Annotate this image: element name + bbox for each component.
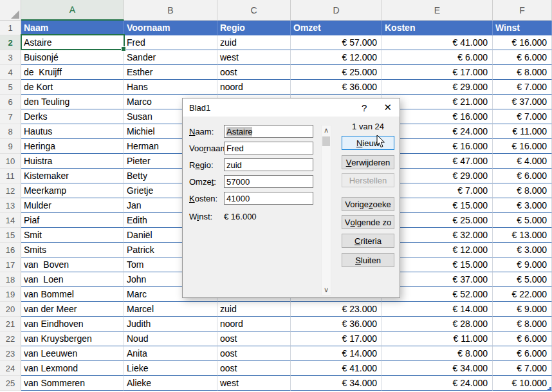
cell-winst[interactable]: € 5.000 xyxy=(493,272,552,287)
cell-omzet[interactable]: € 57.000 xyxy=(291,35,382,50)
cell-winst[interactable]: € 6.000 xyxy=(493,331,552,346)
cell-regio[interactable]: west xyxy=(217,376,291,391)
cell-naam[interactable]: Smit xyxy=(21,228,124,243)
row-header-24[interactable]: 24 xyxy=(0,361,21,376)
row-header-7[interactable]: 7 xyxy=(0,109,21,124)
field-input-omzet[interactable]: 57000 xyxy=(224,175,313,188)
row-header-9[interactable]: 9 xyxy=(0,139,21,154)
close-icon[interactable]: ✕ xyxy=(383,102,392,113)
cell-naam[interactable]: van Lexmond xyxy=(21,361,124,376)
cell-winst[interactable]: € 10.000 xyxy=(493,376,552,391)
row-header-16[interactable]: 16 xyxy=(0,243,21,257)
column-header-E[interactable]: E xyxy=(382,0,493,21)
cell-naam[interactable]: van Boven xyxy=(21,257,124,272)
row-header-15[interactable]: 15 xyxy=(0,228,21,243)
cell-omzet[interactable]: € 12.000 xyxy=(291,50,382,65)
row-header-25[interactable]: 25 xyxy=(0,376,21,391)
cell-regio[interactable]: zuid xyxy=(217,35,291,50)
cell-voornaam[interactable]: Anita xyxy=(124,346,217,361)
cell-omzet[interactable]: € 14.000 xyxy=(291,346,382,361)
cell-winst[interactable]: € 37.000 xyxy=(493,95,552,109)
cell-regio[interactable]: oost xyxy=(217,346,291,361)
cell-winst[interactable]: € 6.000 xyxy=(493,50,552,65)
field-input-naam[interactable]: Astaire xyxy=(224,125,313,138)
row-header-20[interactable]: 20 xyxy=(0,302,21,317)
cell-winst[interactable]: € 6.000 xyxy=(493,169,552,183)
column-header-C[interactable]: C xyxy=(217,0,291,21)
row-header-19[interactable]: 19 xyxy=(0,287,21,302)
row-header-18[interactable]: 18 xyxy=(0,272,21,287)
column-header-B[interactable]: B xyxy=(124,0,217,21)
cell-naam[interactable]: Derks xyxy=(21,109,124,124)
cell-kosten[interactable]: € 11.000 xyxy=(382,331,493,346)
cell-voornaam[interactable]: Marcel xyxy=(124,302,217,317)
column-header-F[interactable]: F xyxy=(493,0,552,21)
row-header-3[interactable]: 3 xyxy=(0,50,21,65)
cell-regio[interactable]: west xyxy=(217,50,291,65)
cell-omzet[interactable]: € 25.000 xyxy=(291,65,382,80)
select-all-button[interactable] xyxy=(0,0,21,21)
help-icon[interactable]: ? xyxy=(362,102,367,113)
record-scrollbar[interactable]: ∧ ∨ xyxy=(321,125,331,295)
cell-regio[interactable]: noord xyxy=(217,317,291,331)
nieuw-button[interactable]: Nieuw xyxy=(342,136,394,150)
row-header-14[interactable]: 14 xyxy=(0,213,21,228)
cell-naam[interactable]: Mulder xyxy=(21,198,124,213)
cell-voornaam[interactable]: Alieke xyxy=(124,376,217,391)
cell-omzet[interactable]: € 17.000 xyxy=(291,331,382,346)
cell-naam[interactable]: Hautus xyxy=(21,124,124,139)
row-header-21[interactable]: 21 xyxy=(0,317,21,331)
cell-naam[interactable]: de Kort xyxy=(21,80,124,95)
cell-winst[interactable]: € 22.000 xyxy=(493,287,552,302)
row-header-17[interactable]: 17 xyxy=(0,257,21,272)
column-header-A[interactable]: A xyxy=(21,0,124,21)
row-header-1[interactable]: 1 xyxy=(0,21,21,35)
header-cell-regio[interactable]: Regio xyxy=(217,21,291,35)
field-input-regio[interactable]: zuid xyxy=(224,158,313,171)
cell-naam[interactable]: van Eindhoven xyxy=(21,317,124,331)
cell-naam[interactable]: van Leeuwen xyxy=(21,346,124,361)
cell-voornaam[interactable]: Sander xyxy=(124,50,217,65)
cell-naam[interactable]: van Kruysbergen xyxy=(21,331,124,346)
header-cell-winst[interactable]: Winst xyxy=(493,21,552,35)
cell-kosten[interactable]: € 34.000 xyxy=(382,361,493,376)
cell-naam[interactable]: van Bommel xyxy=(21,287,124,302)
cell-naam[interactable]: Piaf xyxy=(21,213,124,228)
row-header-8[interactable]: 8 xyxy=(0,124,21,139)
cell-omzet[interactable]: € 41.000 xyxy=(291,361,382,376)
header-cell-voornaam[interactable]: Voornaam xyxy=(124,21,217,35)
row-header-11[interactable]: 11 xyxy=(0,169,21,183)
cell-naam[interactable]: Heringa xyxy=(21,139,124,154)
field-input-kosten[interactable]: 41000 xyxy=(224,192,313,205)
cell-winst[interactable]: € 9.000 xyxy=(493,257,552,272)
cell-kosten[interactable]: € 8.000 xyxy=(382,346,493,361)
cell-winst[interactable]: € 6.000 xyxy=(493,346,552,361)
row-header-10[interactable]: 10 xyxy=(0,154,21,169)
cell-naam[interactable]: van Loen xyxy=(21,272,124,287)
cell-naam[interactable]: van der Meer xyxy=(21,302,124,317)
dialog-titlebar[interactable]: Blad1 ? ✕ xyxy=(183,98,400,117)
cell-winst[interactable]: € 7.000 xyxy=(493,361,552,376)
cell-omzet[interactable]: € 36.000 xyxy=(291,317,382,331)
cell-winst[interactable]: € 7.000 xyxy=(493,109,552,124)
scroll-down-icon[interactable]: ∨ xyxy=(324,286,329,294)
cell-regio[interactable]: oost xyxy=(217,331,291,346)
cell-voornaam[interactable]: Fred xyxy=(124,35,217,50)
cell-naam[interactable]: Huistra xyxy=(21,154,124,169)
cell-winst[interactable]: € 16.000 xyxy=(493,139,552,154)
sluiten-button[interactable]: Sluiten xyxy=(342,253,394,267)
cell-kosten[interactable]: € 14.000 xyxy=(382,302,493,317)
cell-regio[interactable]: oost xyxy=(217,65,291,80)
cell-regio[interactable]: oost xyxy=(217,361,291,376)
cell-winst[interactable]: € 11.000 xyxy=(493,124,552,139)
verwijderen-button[interactable]: Verwijderen xyxy=(342,155,394,169)
cell-winst[interactable]: € 13.000 xyxy=(493,228,552,243)
row-header-4[interactable]: 4 xyxy=(0,65,21,80)
cell-kosten[interactable]: € 24.000 xyxy=(382,376,493,391)
cell-winst[interactable]: € 16.000 xyxy=(493,35,552,50)
cell-kosten[interactable]: € 6.000 xyxy=(382,50,493,65)
row-header-12[interactable]: 12 xyxy=(0,183,21,198)
cell-winst[interactable]: € 8.000 xyxy=(493,317,552,331)
cell-naam[interactable]: den Teuling xyxy=(21,95,124,109)
cell-winst[interactable]: € 3.000 xyxy=(493,243,552,257)
